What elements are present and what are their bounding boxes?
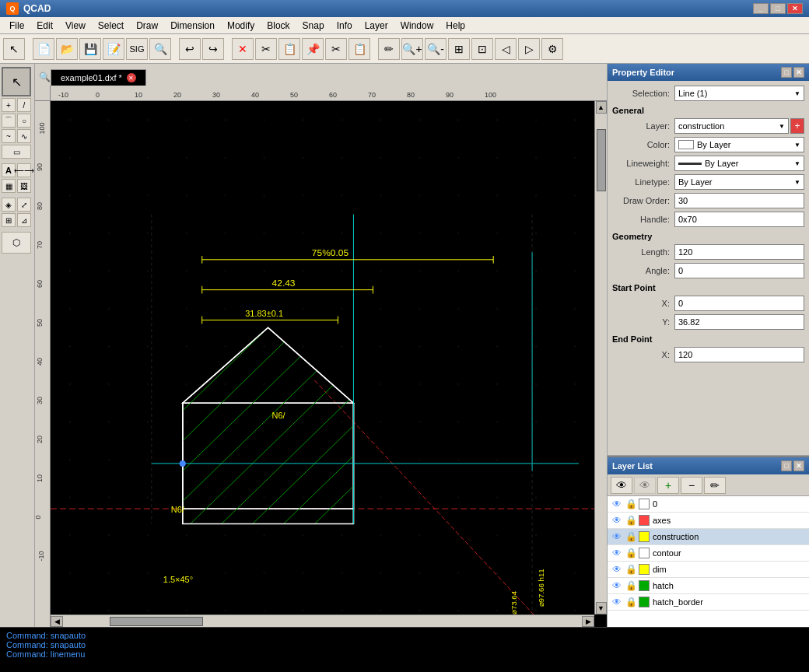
menu-window[interactable]: Window (394, 19, 440, 33)
minimize-button[interactable]: _ (753, 3, 769, 14)
menu-snap[interactable]: Snap (296, 19, 331, 33)
snap-tool-button[interactable]: ◈ (2, 198, 16, 212)
cut2-button[interactable]: ✂ (325, 38, 347, 60)
vertical-scrollbar[interactable]: ▲ ▼ (594, 101, 607, 614)
3d-tool-button[interactable]: ⬡ (2, 232, 31, 254)
menu-help[interactable]: Help (440, 19, 471, 33)
menu-select[interactable]: Select (92, 19, 130, 33)
redo-button[interactable]: ↪ (202, 38, 224, 60)
linetype-dropdown[interactable]: By Layer (674, 174, 804, 190)
menu-block[interactable]: Block (261, 19, 296, 33)
save-button[interactable]: 💾 (79, 38, 101, 60)
tool-btn-7[interactable]: ▭ (2, 145, 31, 159)
layer-edit-button[interactable]: ✏ (704, 477, 726, 494)
start-y-input[interactable] (674, 314, 804, 330)
layer-item-hatch[interactable]: 👁 🔒 hatch (608, 578, 809, 594)
draw-order-input[interactable] (674, 193, 804, 208)
delete-button[interactable]: ✕ (232, 38, 254, 60)
scroll-up-button[interactable]: ▲ (596, 101, 607, 114)
zoom-in-button[interactable]: 🔍+ (401, 38, 423, 60)
open-button[interactable]: 📂 (56, 38, 78, 60)
ruler-tick: 70 (368, 91, 376, 99)
layer-item-contour[interactable]: 👁 🔒 contour (608, 545, 809, 562)
layer-add-button[interactable]: + (657, 477, 679, 494)
hatch-tool-button[interactable]: ▦ (2, 179, 16, 193)
tool-btn-4[interactable]: ○ (17, 114, 31, 128)
layer-hide-button[interactable]: 👁 (634, 477, 656, 494)
layer-item-axes[interactable]: 👁 🔒 axes (608, 513, 809, 529)
tab-bar: 🔍 example01.dxf * ✕ (35, 64, 607, 86)
horizontal-scrollbar[interactable]: ◀ ▶ (51, 614, 594, 627)
layer-item-construction[interactable]: 👁 🔒 construction (608, 529, 809, 545)
select-arrow-button[interactable]: ↖ (2, 67, 31, 96)
dim-tool-button[interactable]: ⟵⟶ (17, 163, 31, 177)
panel-float-button[interactable]: □ (781, 67, 792, 78)
close-button[interactable]: ✕ (787, 3, 803, 14)
search-icon[interactable]: 🔍 (38, 68, 51, 86)
panel-close-button[interactable]: ✕ (793, 67, 804, 78)
start-x-input[interactable] (674, 296, 804, 311)
save-as-button[interactable]: 📝 (103, 38, 124, 60)
pencil-button[interactable]: ✏ (378, 38, 400, 60)
zoom-fit-button[interactable]: 🔍 (149, 38, 171, 60)
layer-dropdown[interactable]: construction (674, 118, 789, 134)
tab-close-button[interactable]: ✕ (127, 73, 136, 82)
modify-tool-button[interactable]: ⤢ (17, 198, 31, 212)
layer-show-button[interactable]: 👁 (611, 477, 632, 494)
scroll-left-button[interactable]: ◀ (51, 616, 63, 627)
print-button[interactable]: SIG (126, 38, 148, 60)
paste2-button[interactable]: 📋 (348, 38, 370, 60)
image-tool-button[interactable]: 🖼 (17, 179, 31, 193)
paste-button[interactable]: 📌 (302, 38, 324, 60)
layer-item-dim[interactable]: 👁 🔒 dim (608, 562, 809, 578)
vertical-scroll-thumb[interactable] (597, 129, 606, 191)
color-dropdown[interactable]: By Layer (674, 137, 804, 152)
block-tool-button[interactable]: ⊞ (2, 213, 16, 227)
menu-layer[interactable]: Layer (359, 19, 394, 33)
layer-tool-button[interactable]: ⊿ (17, 213, 31, 227)
copy-button[interactable]: 📋 (278, 38, 300, 60)
cut-button[interactable]: ✂ (255, 38, 277, 60)
menu-view[interactable]: View (59, 19, 92, 33)
drawing-area[interactable]: -10 0 10 20 30 40 50 60 70 80 90 100 100 (35, 86, 607, 627)
zoom-window-button[interactable]: ⊞ (448, 38, 470, 60)
select-tool-button[interactable]: ↖ (3, 38, 25, 60)
v-tick: 90 (36, 163, 44, 171)
zoom-fit2-button[interactable]: ⊡ (471, 38, 493, 60)
layer-panel-close-button[interactable]: ✕ (793, 460, 804, 471)
tool-btn-6[interactable]: ∿ (17, 129, 31, 143)
add-layer-button[interactable]: + (790, 118, 804, 134)
menu-draw[interactable]: Draw (130, 19, 164, 33)
angle-input[interactable] (674, 263, 804, 278)
layer-item-0[interactable]: 👁 🔒 0 (608, 496, 809, 513)
menu-modify[interactable]: Modify (221, 19, 261, 33)
zoom-out-button[interactable]: 🔍- (425, 38, 447, 60)
zoom-next-button[interactable]: ▷ (518, 38, 540, 60)
horizontal-scroll-thumb[interactable] (110, 617, 203, 626)
scroll-right-button[interactable]: ▶ (582, 616, 594, 627)
undo-button[interactable]: ↩ (179, 38, 201, 60)
tool-btn-2[interactable]: / (17, 98, 31, 112)
layer-item-hatch-border[interactable]: 👁 🔒 hatch_border (608, 594, 809, 611)
dim-15-text: 1.5×45° (163, 575, 193, 584)
lineweight-dropdown[interactable]: By Layer (674, 156, 804, 171)
new-button[interactable]: 📄 (33, 38, 54, 60)
tool-btn-5[interactable]: ~ (2, 129, 16, 143)
menu-info[interactable]: Info (331, 19, 359, 33)
tool-btn-1[interactable]: + (2, 98, 16, 112)
end-x-input[interactable] (674, 347, 804, 362)
menu-edit[interactable]: Edit (30, 19, 59, 33)
handle-input[interactable] (674, 212, 804, 227)
layer-panel-float-button[interactable]: □ (781, 460, 792, 471)
menu-file[interactable]: File (3, 19, 30, 33)
maximize-button[interactable]: □ (770, 3, 786, 14)
tool-btn-3[interactable]: ⌒ (2, 114, 16, 128)
document-tab[interactable]: example01.dxf * ✕ (51, 69, 146, 86)
scroll-down-button[interactable]: ▼ (596, 602, 607, 614)
zoom-prev-button[interactable]: ◁ (495, 38, 517, 60)
length-input[interactable] (674, 244, 804, 260)
menu-dimension[interactable]: Dimension (164, 19, 221, 33)
selection-dropdown[interactable]: Line (1) (674, 86, 804, 101)
layer-delete-button[interactable]: − (681, 477, 702, 494)
settings-button[interactable]: ⚙ (541, 38, 563, 60)
